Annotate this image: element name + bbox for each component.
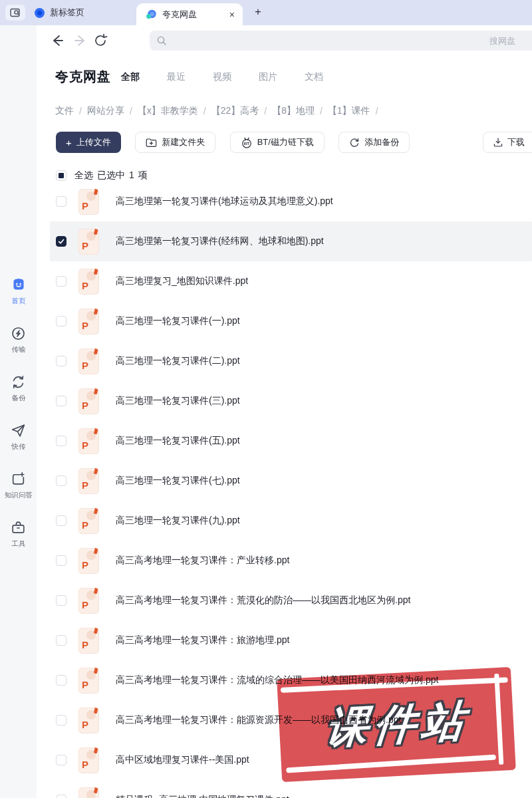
select-all-checkbox[interactable] <box>56 170 66 181</box>
file-row[interactable]: P 高三高考地理一轮复习课件：产业转移.ppt <box>50 541 532 581</box>
dogear-decoration <box>94 388 99 394</box>
dogear-decoration <box>94 588 99 594</box>
file-row[interactable]: P 高三地理一轮复习课件(九).ppt <box>50 501 532 541</box>
breadcrumb-item[interactable]: 网站分享 <box>87 105 124 117</box>
file-row[interactable]: P 高三高考地理一轮复习课件：荒漠化的防治——以我国西北地区为例.ppt <box>50 581 532 620</box>
forward-icon[interactable] <box>73 33 88 48</box>
file-row[interactable]: P 高三地理一轮复习课件(七).ppt <box>50 461 532 501</box>
file-row[interactable]: P 精品课程--高三地理 中国地理复习课件.ppt <box>50 780 532 798</box>
file-row[interactable]: P 高三地理一轮复习课件(二).ppt <box>50 341 532 381</box>
refresh-icon[interactable] <box>93 33 108 48</box>
tab-image[interactable]: 图片 <box>259 71 277 83</box>
file-checkbox[interactable] <box>56 316 66 327</box>
breadcrumb-item[interactable]: 文件 <box>55 105 74 117</box>
bt-download-label: BT/磁力链下载 <box>257 136 314 148</box>
file-checkbox[interactable] <box>56 795 66 798</box>
file-checkbox[interactable] <box>56 555 66 566</box>
bt-magnet-download-button[interactable]: BT BT/磁力链下载 <box>230 132 325 153</box>
sidebar-item-label: 传输 <box>11 344 25 354</box>
sidebar-item-label: 快传 <box>11 442 25 451</box>
search-icon <box>156 35 167 46</box>
file-checkbox[interactable] <box>56 396 66 406</box>
sidebar-item-label: 首页 <box>11 296 25 305</box>
knowledge-qa-icon <box>10 471 27 487</box>
file-checkbox[interactable] <box>56 436 66 446</box>
file-checkbox[interactable] <box>56 356 66 366</box>
file-checkbox[interactable] <box>56 595 66 606</box>
file-row[interactable]: P 高三地理一轮复习课件(一).ppt <box>50 301 532 341</box>
ppt-file-icon: P <box>78 269 99 295</box>
file-row[interactable]: P 高三地理第一轮复习课件(经纬网、地球和地图).ppt <box>50 221 532 261</box>
breadcrumb-separator: / <box>264 106 267 116</box>
watermark-text: 课件站 <box>321 692 471 757</box>
file-name: 高三地理一轮复习课件(五).ppt <box>116 435 240 447</box>
ppt-file-icon: P <box>78 708 99 733</box>
file-checkbox[interactable] <box>56 196 66 207</box>
upload-file-button[interactable]: + 上传文件 <box>56 132 121 153</box>
file-checkbox[interactable] <box>56 276 66 287</box>
dogear-decoration <box>94 747 99 753</box>
file-name: 高三地理一轮复习课件(九).ppt <box>116 515 240 527</box>
file-checkbox[interactable] <box>56 515 66 526</box>
file-row[interactable]: P 高三地理一轮复习课件(五).ppt <box>50 421 532 461</box>
breadcrumb-separator: / <box>376 106 378 116</box>
file-row[interactable]: P 高三高考地理一轮复习课件：旅游地理.ppt <box>50 620 532 660</box>
svg-text:BT: BT <box>244 141 250 146</box>
tab-recent[interactable]: 最近 <box>167 71 186 83</box>
file-name: 精品课程--高三地理 中国地理复习课件.ppt <box>116 794 289 798</box>
file-checkbox[interactable] <box>56 475 66 486</box>
back-icon[interactable] <box>50 33 65 48</box>
file-row[interactable]: P 高三地理第一轮复习课件(地球运动及其地理意义).ppt <box>50 182 532 221</box>
breadcrumb-item[interactable]: 【1】课件 <box>328 105 370 117</box>
download-icon <box>493 137 503 148</box>
plus-icon: + <box>66 138 72 148</box>
drive-search-input[interactable]: 搜网盘 <box>150 31 532 51</box>
file-name: 高三地理第一轮复习课件(地球运动及其地理意义).ppt <box>116 196 333 207</box>
file-name: 高三地理一轮复习课件(七).ppt <box>116 475 240 487</box>
browser-tab-newtab[interactable]: 新标签页 <box>25 0 125 25</box>
ppt-letter: P <box>82 320 88 331</box>
breadcrumb-item[interactable]: 【22】高考 <box>211 105 259 117</box>
ppt-letter: P <box>82 400 88 411</box>
file-row[interactable]: P 高三地理一轮复习课件(三).ppt <box>50 381 532 421</box>
sidebar-item-fast-transfer[interactable]: 快传 <box>0 422 37 452</box>
sidebar-item-knowledge-qa[interactable]: 知识问答 <box>0 471 37 500</box>
file-checkbox[interactable] <box>56 755 66 765</box>
file-checkbox[interactable] <box>56 715 66 726</box>
folder-plus-icon <box>146 138 157 148</box>
dogear-decoration <box>94 708 99 714</box>
download-button[interactable]: 下载 <box>493 136 525 148</box>
add-backup-button[interactable]: 添加备份 <box>338 132 410 153</box>
tab-close-icon[interactable]: × <box>229 10 235 19</box>
page-title: 夸克网盘 <box>55 68 111 86</box>
ppt-letter: P <box>82 280 88 291</box>
file-checkbox[interactable] <box>56 675 66 686</box>
ppt-letter: P <box>82 679 88 690</box>
file-checkbox[interactable] <box>56 236 66 247</box>
tab-video[interactable]: 视频 <box>213 71 231 83</box>
dogear-decoration <box>94 189 99 195</box>
dogear-decoration <box>94 428 99 434</box>
tab-search-button[interactable] <box>5 5 25 21</box>
browser-tab-quark[interactable]: 夸克网盘 × <box>136 3 243 25</box>
sidebar-item-backup[interactable]: 备份 <box>0 374 37 403</box>
tab-document[interactable]: 文档 <box>305 71 323 83</box>
breadcrumb-separator: / <box>203 106 206 116</box>
file-checkbox[interactable] <box>56 635 66 646</box>
backup-refresh-icon <box>349 137 360 148</box>
tab-all[interactable]: 全部 <box>121 71 140 83</box>
ppt-file-icon: P <box>78 747 99 773</box>
selected-unit: 项 <box>138 170 148 182</box>
breadcrumb-item[interactable]: 【8】地理 <box>272 105 315 117</box>
sidebar-item-tools[interactable]: 工具 <box>0 519 37 549</box>
sidebar-item-transfer[interactable]: 传输 <box>0 325 37 354</box>
selection-bar: 全选 已选中 1 项 <box>56 170 148 182</box>
ppt-letter: P <box>82 360 88 371</box>
sidebar-item-home[interactable]: 首页 <box>0 276 37 306</box>
ppt-file-icon: P <box>78 229 99 255</box>
new-folder-button[interactable]: 新建文件夹 <box>135 132 215 153</box>
select-all-label[interactable]: 全选 <box>74 170 93 182</box>
new-tab-plus-icon[interactable]: + <box>255 5 261 19</box>
file-row[interactable]: P 高三地理复习_地图知识课件.ppt <box>50 261 532 301</box>
breadcrumb-item[interactable]: 【x】非教学类 <box>138 105 198 117</box>
